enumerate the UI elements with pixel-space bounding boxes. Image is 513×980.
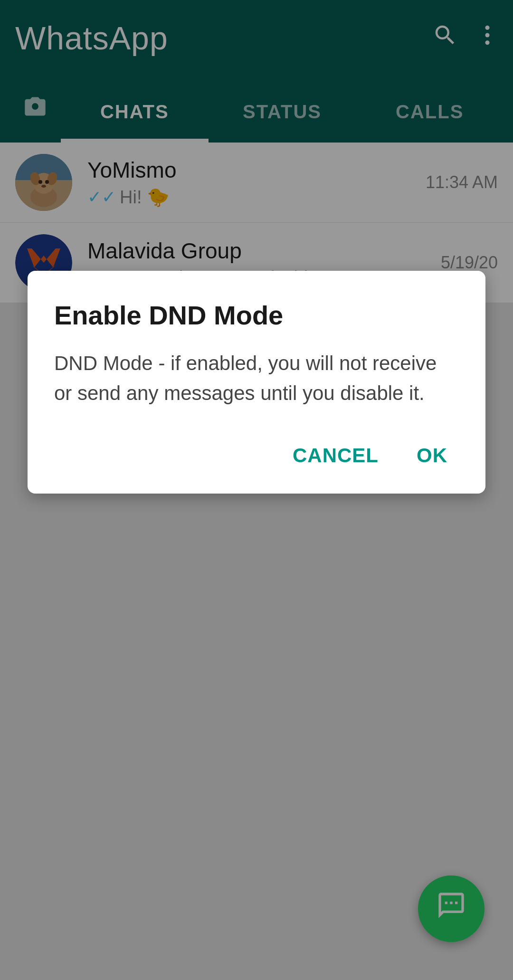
dialog-title: Enable DND Mode [54, 299, 459, 331]
dialog-buttons: CANCEL OK [54, 437, 459, 475]
cancel-button[interactable]: CANCEL [281, 437, 390, 475]
dialog-message: DND Mode - if enabled, you will not rece… [54, 348, 459, 408]
dnd-dialog: Enable DND Mode DND Mode - if enabled, y… [28, 271, 485, 494]
ok-button[interactable]: OK [405, 437, 459, 475]
